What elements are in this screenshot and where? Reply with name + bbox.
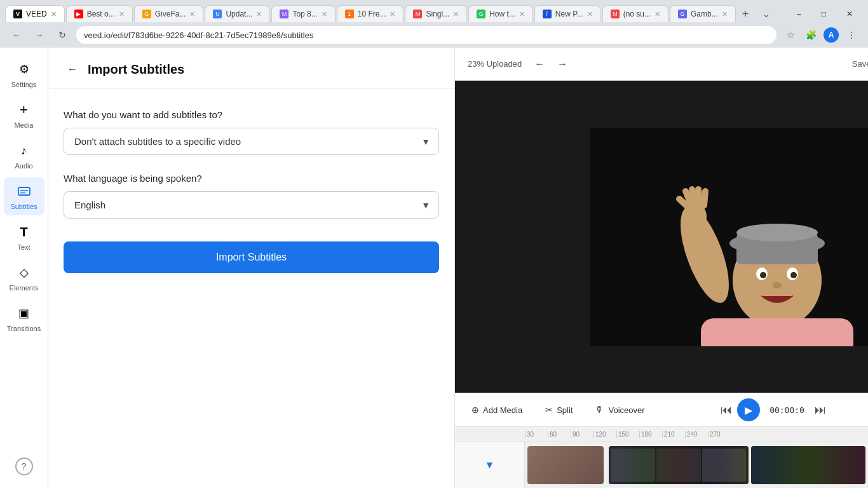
close-button[interactable]: ✕	[836, 7, 863, 21]
tab-label-4: Top 8...	[292, 10, 317, 18]
split-button[interactable]: ✂ Split	[539, 401, 579, 419]
tab-close-6[interactable]: ✕	[453, 10, 459, 18]
seek-forward-button[interactable]: ⏭	[815, 403, 826, 417]
sidebar-item-audio[interactable]: ♪ Audio	[4, 137, 44, 175]
back-button[interactable]: ←	[8, 26, 25, 44]
panel-back-button[interactable]: ←	[64, 60, 81, 78]
tab-close-2[interactable]: ✕	[189, 10, 195, 18]
sidebar-item-help[interactable]: ?	[4, 452, 44, 480]
sidebar-item-subtitles[interactable]: Subtitles	[4, 177, 44, 215]
reload-button[interactable]: ↻	[53, 26, 71, 44]
clip-3[interactable]	[751, 446, 865, 484]
tab-5[interactable]: 1 10 Fre... ✕	[337, 5, 404, 22]
audio-icon: ♪	[15, 142, 33, 159]
sidebar-label-audio: Audio	[15, 162, 32, 170]
timeline-toolbar: ⊕ Add Media ✂ Split 🎙 Voiceover ⏮ ▶ 00:0…	[455, 393, 868, 427]
forward-button[interactable]: →	[31, 26, 48, 44]
tab-close-11[interactable]: ✕	[722, 10, 728, 18]
tab-veed[interactable]: V VEED ✕	[5, 5, 65, 22]
tab-label-5: 10 Fre...	[358, 10, 386, 18]
clip-1[interactable]	[527, 446, 604, 484]
split-label: Split	[557, 405, 573, 415]
svg-line-18	[692, 189, 695, 203]
tab-11[interactable]: G Gamb... ✕	[670, 5, 736, 22]
browser-toolbar-icons: ☆ 🧩 A ⋮	[782, 26, 860, 44]
track-label-area: ▼	[455, 442, 525, 488]
tab-close-3[interactable]: ✕	[256, 10, 262, 18]
profile-button[interactable]: A	[822, 26, 840, 44]
add-media-button[interactable]: ⊕ Add Media	[465, 401, 529, 419]
split-icon: ✂	[545, 405, 553, 415]
sidebar-icons: ⚙ Settings + Media ♪ Audio Subtitles T T…	[0, 48, 48, 488]
tab-favicon-7: G	[477, 10, 485, 18]
bookmark-button[interactable]: ☆	[782, 26, 799, 44]
minimize-button[interactable]: –	[787, 7, 811, 21]
ruler-mark-180: 180	[639, 431, 662, 438]
sidebar-item-settings[interactable]: ⚙ Settings	[4, 55, 44, 93]
new-tab-button[interactable]: +	[737, 6, 754, 22]
sidebar-label-text: Text	[17, 243, 30, 251]
elements-icon: ◇	[15, 264, 33, 281]
tab-1[interactable]: ▶ Best o... ✕	[66, 5, 133, 22]
sidebar-item-media[interactable]: + Media	[4, 96, 44, 134]
import-subtitles-button[interactable]: Import Subtitles	[64, 241, 439, 273]
tab-4[interactable]: M Top 8... ✕	[271, 5, 335, 22]
settings-icon: ⚙	[15, 60, 33, 78]
tab-bar: V VEED ✕ ▶ Best o... ✕ G GiveFa... ✕ U U…	[0, 0, 868, 22]
tab-8[interactable]: f New P... ✕	[534, 5, 601, 22]
video-frame	[590, 128, 868, 346]
tab-3[interactable]: U Updat... ✕	[205, 5, 270, 22]
person-scene	[590, 128, 868, 346]
tab-close-8[interactable]: ✕	[587, 10, 593, 18]
language-group: What language is being spoken? English S…	[64, 173, 439, 219]
tab-2[interactable]: G GiveFa... ✕	[134, 5, 204, 22]
tab-favicon-3: U	[213, 10, 222, 18]
sidebar-label-subtitles: Subtitles	[10, 203, 37, 210]
redo-button[interactable]: →	[552, 54, 573, 74]
sidebar-item-transitions[interactable]: ▣ Transitions	[4, 299, 44, 337]
tab-close-1[interactable]: ✕	[119, 10, 125, 18]
undo-button[interactable]: ←	[529, 54, 550, 74]
tab-6[interactable]: M Singl... ✕	[405, 5, 467, 22]
language-select-wrapper: English Spanish French German ▼	[64, 191, 439, 219]
text-icon: T	[15, 223, 33, 241]
tab-close-veed[interactable]: ✕	[51, 10, 57, 18]
tab-favicon-5: 1	[345, 10, 354, 18]
tab-label-3: Updat...	[226, 10, 252, 18]
tab-close-5[interactable]: ✕	[390, 10, 395, 18]
tab-10[interactable]: M (no su... ✕	[602, 5, 668, 22]
tab-close-4[interactable]: ✕	[322, 10, 327, 18]
menu-button[interactable]: ⋮	[843, 26, 860, 44]
tab-close-10[interactable]: ✕	[654, 10, 660, 18]
maximize-button[interactable]: □	[811, 7, 836, 21]
seek-back-button[interactable]: ⏮	[721, 403, 732, 417]
video-area: 23% Uploaded ← → Save your project for l…	[455, 48, 868, 488]
tab-more-button[interactable]: ⌄	[757, 6, 775, 22]
profile-avatar: A	[824, 27, 839, 43]
ruler-mark-30: 30	[525, 431, 548, 438]
tab-label-7: How t...	[489, 10, 515, 18]
filter-icon[interactable]: ▼	[485, 459, 495, 471]
address-input[interactable]	[76, 26, 776, 44]
tab-label-veed: VEED	[26, 10, 47, 18]
subtitles-icon	[15, 182, 33, 200]
sidebar-item-elements[interactable]: ◇ Elements	[4, 259, 44, 297]
sidebar-label-transitions: Transitions	[7, 325, 41, 332]
voiceover-button[interactable]: 🎙 Voiceover	[589, 401, 651, 419]
tab-7[interactable]: G How t... ✕	[468, 5, 533, 22]
media-icon: +	[15, 101, 33, 119]
ruler-mark-210: 210	[662, 431, 685, 438]
play-button[interactable]: ▶	[737, 398, 760, 421]
panel-header: ← Import Subtitles	[48, 48, 454, 89]
extensions-button[interactable]: 🧩	[802, 26, 820, 44]
sidebar-item-text[interactable]: T Text	[4, 218, 44, 256]
clip-2[interactable]	[609, 446, 749, 484]
language-select[interactable]: English Spanish French German	[64, 191, 439, 219]
clip-gap-1	[604, 442, 609, 488]
subtitle-target-label: What do you want to add subtitles to?	[64, 109, 439, 120]
save-project-text: Save your project for later — sign up or…	[852, 59, 868, 69]
tab-close-7[interactable]: ✕	[519, 10, 525, 18]
tracks-scroll[interactable]: +	[525, 442, 868, 488]
window-controls: – □ ✕	[787, 7, 863, 21]
subtitle-target-select[interactable]: Don't attach subtitles to a specific vid…	[64, 128, 439, 155]
